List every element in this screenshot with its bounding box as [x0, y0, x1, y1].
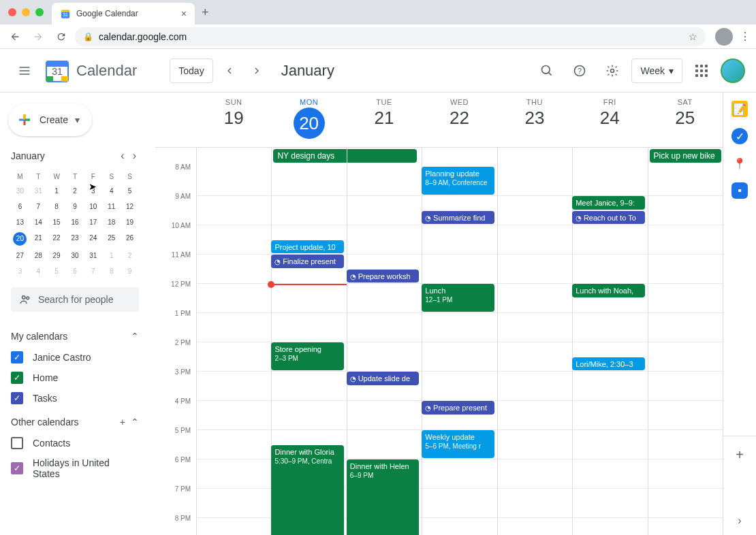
allday-cell[interactable]	[422, 148, 497, 167]
hangouts-icon[interactable]: ▪	[731, 182, 748, 199]
mini-day-cell[interactable]: 16	[66, 214, 84, 230]
day-header[interactable]: THU23	[497, 93, 572, 147]
calendar-checkbox[interactable]: ✓	[11, 372, 23, 384]
mini-day-cell[interactable]: 5	[121, 183, 139, 199]
allday-cell[interactable]: NY design days	[271, 148, 346, 167]
calendar-event[interactable]: Lori/Mike, 2:30–3	[572, 357, 645, 371]
mini-day-cell[interactable]: 24	[84, 230, 102, 248]
calendar-event[interactable]: Meet Janice, 9–9:	[572, 196, 645, 210]
add-calendar-icon[interactable]: +	[120, 417, 125, 427]
calendar-item[interactable]: ✓Tasks	[11, 388, 139, 408]
mini-day-cell[interactable]: 1	[48, 183, 66, 199]
bookmark-star-icon[interactable]: ☆	[689, 31, 697, 42]
day-column[interactable]	[497, 167, 572, 535]
today-button[interactable]: Today	[170, 59, 212, 83]
mini-day-cell[interactable]: 8	[48, 199, 66, 214]
mini-day-cell[interactable]: 12	[121, 199, 139, 214]
main-menu-button[interactable]	[11, 57, 38, 84]
mini-prev-month[interactable]: ‹	[118, 147, 127, 165]
mini-day-cell[interactable]: 22	[48, 230, 66, 248]
day-header[interactable]: WED22	[422, 93, 497, 147]
mini-day-cell[interactable]: 23	[66, 230, 84, 248]
browser-tab[interactable]: 31 Google Calendar ×	[52, 3, 195, 25]
mini-day-cell[interactable]: 18	[102, 214, 121, 230]
mini-day-cell[interactable]: 31	[84, 248, 102, 263]
mini-day-cell[interactable]: 1	[102, 248, 121, 263]
mini-day-cell[interactable]: 7	[29, 199, 48, 214]
calendar-event[interactable]: Weekly update5–6 PM, Meeting r	[422, 430, 494, 458]
search-people-input[interactable]: Search for people	[11, 287, 139, 312]
forward-button[interactable]	[29, 27, 48, 46]
mini-day-cell[interactable]: 7	[84, 263, 102, 279]
day-header[interactable]: TUE21	[347, 93, 422, 147]
mini-day-cell[interactable]: 26	[121, 230, 139, 248]
tasks-icon[interactable]: ✓	[731, 128, 748, 144]
mini-day-cell[interactable]: 20	[13, 232, 27, 246]
day-column[interactable]	[196, 167, 271, 535]
calendar-checkbox[interactable]	[11, 437, 23, 449]
close-window[interactable]	[8, 8, 16, 16]
mini-day-cell[interactable]: 9	[121, 263, 139, 279]
mini-next-month[interactable]: ›	[130, 147, 139, 165]
minimize-window[interactable]	[22, 8, 30, 16]
calendar-event[interactable]: Prepare present	[422, 401, 494, 415]
mini-day-cell[interactable]: 17	[84, 214, 102, 230]
mini-day-cell[interactable]: 8	[102, 263, 121, 279]
mini-day-cell[interactable]: 28	[29, 248, 48, 263]
calendar-checkbox[interactable]: ✓	[11, 462, 23, 474]
back-button[interactable]	[5, 27, 25, 46]
collapse-icon[interactable]: ⌃	[131, 417, 139, 427]
calendar-item[interactable]: ✓Holidays in United States	[11, 453, 139, 483]
mini-day-cell[interactable]: 4	[29, 263, 48, 279]
mini-day-cell[interactable]: 13	[11, 214, 29, 230]
view-selector[interactable]: Week▾	[631, 59, 682, 83]
mini-day-cell[interactable]: 4	[102, 183, 121, 199]
calendar-event[interactable]: Summarize find	[422, 211, 494, 225]
allday-event[interactable]: Pick up new bike	[650, 149, 721, 163]
other-calendars-header[interactable]: Other calendars +⌃	[11, 417, 139, 427]
calendar-event[interactable]: Dinner with Helen6–9 PM	[347, 459, 420, 535]
maximize-window[interactable]	[35, 8, 44, 16]
calendar-event[interactable]: Dinner with Gloria5:30–9 PM, Centra	[271, 445, 344, 536]
mini-day-cell[interactable]: 14	[29, 214, 48, 230]
calendar-event[interactable]: Update slide de	[347, 372, 420, 385]
mini-day-cell[interactable]: 3	[11, 263, 29, 279]
day-header[interactable]: SAT25	[648, 93, 723, 147]
prev-period-button[interactable]	[219, 60, 240, 82]
day-header[interactable]: FRI24	[572, 93, 647, 147]
calendar-event[interactable]: Project update, 10	[271, 240, 344, 254]
mini-day-cell[interactable]: 3	[84, 183, 102, 199]
calendar-event[interactable]: Store opening2–3 PM	[271, 342, 344, 370]
expand-side-panel[interactable]: ›	[738, 515, 741, 527]
mini-day-cell[interactable]: 21	[29, 230, 48, 248]
allday-cell[interactable]	[497, 148, 572, 167]
support-button[interactable]: ?	[566, 57, 593, 84]
calendar-item[interactable]: Contacts	[11, 433, 139, 453]
calendar-checkbox[interactable]: ✓	[11, 392, 23, 404]
allday-cell[interactable]	[347, 148, 422, 167]
mini-day-cell[interactable]: 9	[66, 199, 84, 214]
add-addon-button[interactable]: +	[723, 436, 756, 463]
mini-day-cell[interactable]: 5	[48, 263, 66, 279]
allday-cell[interactable]: Pick up new bike	[648, 148, 723, 167]
mini-day-cell[interactable]: 31	[29, 183, 48, 199]
my-calendars-header[interactable]: My calendars ⌃	[11, 331, 139, 342]
maps-icon[interactable]: 📍	[731, 155, 748, 172]
mini-day-cell[interactable]: 25	[102, 230, 121, 248]
allday-cell[interactable]	[196, 148, 271, 167]
mini-day-cell[interactable]: 11	[102, 199, 121, 214]
calendar-checkbox[interactable]: ✓	[11, 351, 23, 363]
calendar-event[interactable]: Lunch12–1 PM	[422, 284, 494, 312]
keep-icon[interactable]: 📝	[731, 101, 748, 117]
new-tab-button[interactable]: +	[202, 5, 209, 20]
mini-day-cell[interactable]: 15	[48, 214, 66, 230]
browser-menu-icon[interactable]: ⋮	[740, 30, 751, 43]
mini-day-cell[interactable]: 30	[11, 183, 29, 199]
calendar-item[interactable]: ✓Home	[11, 368, 139, 388]
mini-day-cell[interactable]: 2	[121, 248, 139, 263]
calendar-event[interactable]: Planning update8–9 AM, Conference	[422, 167, 494, 195]
google-apps-button[interactable]	[688, 57, 715, 84]
calendar-item[interactable]: ✓Janice Castro	[11, 347, 139, 368]
day-header[interactable]: SUN19	[196, 93, 271, 147]
calendar-event[interactable]: Prepare worksh	[347, 270, 420, 283]
